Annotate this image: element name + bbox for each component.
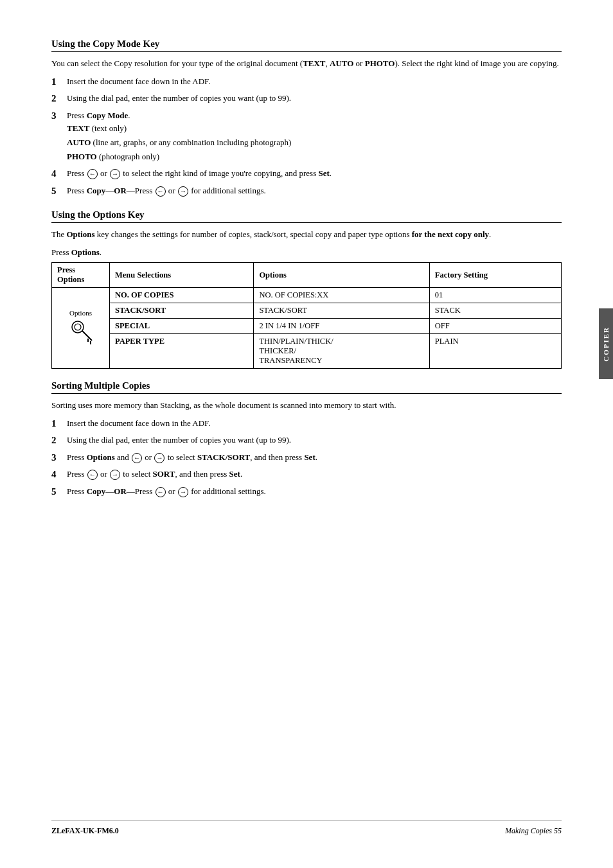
step-num: 5 [51,484,66,499]
section-intro-options: The Options key changes the settings for… [51,228,562,241]
table-cell-options-1: NO. OF COPIES:XX [254,288,429,303]
side-tab-label: COPIER [602,326,610,362]
step-4-sorting: 4 Press ← or → to select SORT, and then … [51,468,562,482]
copier-side-tab: COPIER [599,308,613,379]
step-num: 5 [51,184,66,199]
step-num: 3 [51,450,66,465]
options-icon-cell: Options [52,288,110,369]
step-1-sorting: 1 Insert the document face down in the A… [51,417,562,431]
step-content: Insert the document face down in the ADF… [67,417,562,430]
table-cell-menu-4: PAPER TYPE [110,334,254,369]
step-num: 4 [51,467,66,482]
step-2-sorting: 2 Using the dial pad, enter the number o… [51,434,562,448]
step-3-copy-mode: 3 Press Copy Mode. TEXT (text only) AUTO… [51,109,562,164]
options-key-icon [65,318,97,345]
table-row: STACK/SORT STACK/SORT STACK [52,303,562,319]
right-arrow-icon: → [178,487,188,497]
step-5-sorting: 5 Press Copy—OR—Press ← or → for additio… [51,485,562,499]
step-content: Press Copy—OR—Press ← or → for additiona… [67,485,562,498]
table-cell-factory-3: OFF [429,319,561,334]
step-sub: TEXT (text only) AUTO (line art, graphs,… [67,123,291,161]
right-arrow-icon: → [110,470,120,480]
right-arrow-icon: → [154,453,164,463]
step-num: 1 [51,75,66,89]
step-1-copy-mode: 1 Insert the document face down in the A… [51,75,562,89]
press-options-line: Press Options. [51,246,562,259]
section-intro-sorting: Sorting uses more memory than Stacking, … [51,399,562,412]
left-arrow-icon: ← [87,169,98,179]
step-content: Using the dial pad, enter the number of … [67,434,562,447]
step-num: 4 [51,166,66,181]
right-arrow-icon: → [110,169,120,179]
step-content: Press Options and ← or → to select STACK… [67,451,562,464]
table-cell-options-2: STACK/SORT [254,303,429,319]
step-content: Press Copy—OR—Press ← or → for additiona… [67,184,562,197]
table-row: SPECIAL 2 IN 1/4 IN 1/OFF OFF [52,319,562,334]
step-content: Insert the document face down in the ADF… [67,75,562,88]
left-arrow-icon: ← [132,453,142,463]
svg-point-0 [72,321,84,333]
section-title-sorting: Sorting Multiple Copies [51,380,562,394]
step-content: Press Copy Mode. TEXT (text only) AUTO (… [67,109,562,164]
section-intro-copy-mode: You can select the Copy resolution for y… [51,57,562,70]
table-row: PAPER TYPE THIN/PLAIN/THICK/THICKER/TRAN… [52,334,562,369]
col-header-factory-setting: Factory Setting [429,263,561,288]
step-2-copy-mode: 2 Using the dial pad, enter the number o… [51,92,562,106]
table-cell-options-4: THIN/PLAIN/THICK/THICKER/TRANSPARENCY [254,334,429,369]
section-title-options: Using the Options Key [51,209,562,223]
table-cell-menu-1: NO. OF COPIES [110,288,254,303]
table-cell-factory-1: 01 [429,288,561,303]
col-header-menu-selections: Menu Selections [110,263,254,288]
step-content: Press ← or → to select the right kind of… [67,167,562,180]
col-header-options: Options [254,263,429,288]
right-arrow-icon: → [178,186,188,197]
step-num: 2 [51,91,66,106]
options-table: Press Options Menu Selections Options Fa… [51,262,562,369]
left-arrow-icon: ← [155,186,166,197]
svg-line-2 [82,331,92,341]
footer-product-code: ZLeFAX-UK-FM6.0 [51,826,119,836]
table-cell-menu-2: STACK/SORT [110,303,254,319]
step-4-copy-mode: 4 Press ← or → to select the right kind … [51,167,562,181]
step-content: Press ← or → to select SORT, and then pr… [67,468,562,481]
options-icon-label: Options [57,309,104,317]
svg-point-1 [75,324,81,330]
col-header-press-options: Press Options [52,263,110,288]
section-options-key: Using the Options Key The Options key ch… [51,209,562,369]
step-num: 1 [51,416,66,431]
step-content: Using the dial pad, enter the number of … [67,92,562,105]
table-cell-menu-3: SPECIAL [110,319,254,334]
table-cell-factory-2: STACK [429,303,561,319]
step-num: 3 [51,109,66,123]
table-row: Options NO. OF COPIES NO. OF COPIES:XX [52,288,562,303]
page: Using the Copy Mode Key You can select t… [0,0,613,868]
left-arrow-icon: ← [155,487,166,497]
section-copy-mode-key: Using the Copy Mode Key You can select t… [51,39,562,198]
footer: ZLeFAX-UK-FM6.0 Making Copies 55 [51,820,562,836]
step-3-sorting: 3 Press Options and ← or → to select STA… [51,451,562,465]
left-arrow-icon: ← [87,470,98,480]
section-sorting: Sorting Multiple Copies Sorting uses mor… [51,380,562,499]
table-cell-factory-4: PLAIN [429,334,561,369]
footer-page-info: Making Copies 55 [505,826,562,836]
section-title-copy-mode: Using the Copy Mode Key [51,39,562,52]
table-cell-options-3: 2 IN 1/4 IN 1/OFF [254,319,429,334]
step-5-copy-mode: 5 Press Copy—OR—Press ← or → for additio… [51,184,562,199]
step-num: 2 [51,433,66,448]
